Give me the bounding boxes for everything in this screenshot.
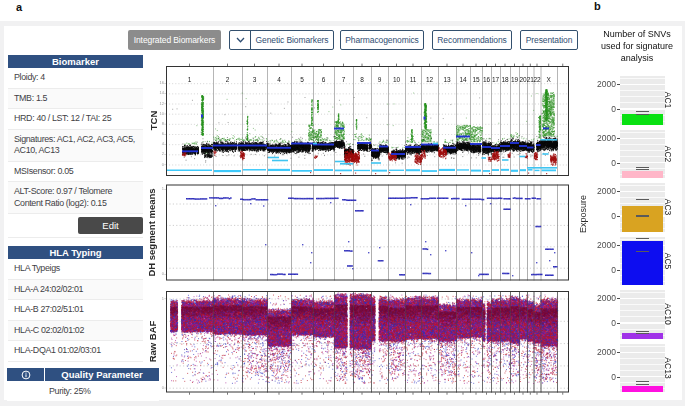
facet-gridline	[620, 132, 665, 133]
facet-tickmark	[617, 270, 620, 271]
facet-ytick: 2000	[588, 293, 616, 303]
facet-gridline	[620, 352, 665, 353]
facet-strip-ac13: AC13	[661, 348, 673, 388]
baf-axis-label: Raw BAF	[147, 281, 158, 401]
exposure-ci-dash	[636, 199, 649, 200]
exposure-bar-ac2	[622, 171, 663, 178]
facet-tickmark	[617, 323, 620, 324]
facet-ac13	[620, 344, 665, 393]
facet-gridline	[620, 298, 665, 299]
facet-ytick: 2000	[588, 133, 616, 143]
exposure-ci-dash	[636, 215, 649, 216]
facet-tickmark	[617, 245, 620, 246]
facet-gridline	[620, 376, 665, 377]
facet-gridline	[620, 185, 665, 186]
facet-gridline	[620, 358, 665, 359]
facet-tickmark	[617, 352, 620, 353]
facet-gridline	[620, 156, 665, 157]
facet-gridline	[620, 144, 665, 145]
facet-ac10	[620, 290, 665, 339]
exposure-bar-ac13	[622, 386, 663, 392]
facet-gridline	[620, 191, 665, 192]
facet-ytick: 0	[588, 158, 616, 168]
facet-ytick: 2000	[588, 79, 616, 89]
facet-ac3	[620, 183, 665, 232]
facet-strip-ac5: AC5	[661, 241, 673, 281]
exposure-ci-dash	[636, 381, 649, 382]
exposure-ci-dash	[636, 114, 649, 115]
exposure-ci-dash	[636, 167, 649, 168]
facet-ytick: 0	[588, 318, 616, 328]
facet-ytick: 2000	[588, 240, 616, 250]
facet-ytick: 0	[588, 211, 616, 221]
tcn-axis-label: TCN	[148, 61, 159, 181]
facet-gridline	[620, 84, 665, 85]
facet-gridline	[620, 364, 665, 365]
facet-gridline	[620, 322, 665, 323]
facet-gridline	[620, 96, 665, 97]
facet-gridline	[620, 329, 665, 330]
exposure-ci-dash	[636, 111, 649, 112]
facet-strip-ac1: AC1	[661, 80, 673, 120]
exposure-bar-ac1	[622, 114, 663, 124]
exposure-ci-dash	[636, 238, 649, 239]
facet-ytick: 0	[588, 372, 616, 382]
facet-strip-ac10: AC10	[661, 294, 673, 334]
facet-gridline	[620, 102, 665, 103]
facet-tickmark	[617, 298, 620, 299]
facet-ytick: 2000	[588, 186, 616, 196]
facet-ytick: 0	[588, 104, 616, 114]
dh-axis-label: DH segment means	[146, 172, 157, 292]
facet-gridline	[620, 292, 665, 293]
facet-ac5	[620, 237, 665, 286]
facet-gridline	[620, 203, 665, 204]
facet-gridline	[620, 346, 665, 347]
facet-tickmark	[617, 109, 620, 110]
exposure-ci-dash	[636, 169, 649, 170]
facet-ytick: 2000	[588, 347, 616, 357]
exposure-ci-dash	[636, 331, 649, 332]
facet-strip-ac3: AC3	[661, 187, 673, 227]
facet-ac1	[620, 76, 665, 125]
facet-tickmark	[617, 216, 620, 217]
facet-ytick: 0	[588, 265, 616, 275]
facet-gridline	[620, 108, 665, 109]
facet-tickmark	[617, 377, 620, 378]
facet-gridline	[620, 90, 665, 91]
facet-ac2	[620, 130, 665, 179]
facet-tickmark	[617, 191, 620, 192]
exposure-ci-dash	[636, 251, 649, 252]
facet-gridline	[620, 316, 665, 317]
facet-gridline	[620, 138, 665, 139]
facet-gridline	[620, 162, 665, 163]
exposure-ci-dash	[636, 384, 649, 385]
exposure-panel-title: Number of SNVs used for signature analys…	[591, 28, 683, 64]
facet-gridline	[620, 310, 665, 311]
figure: a b Integrated Biomarkers Genetic Biomar…	[0, 0, 685, 406]
facet-tickmark	[617, 138, 620, 139]
facet-strip-ac2: AC2	[661, 134, 673, 174]
facet-gridline	[620, 370, 665, 371]
facet-gridline	[620, 150, 665, 151]
facet-gridline	[620, 78, 665, 79]
facet-gridline	[620, 304, 665, 305]
exposure-bar-ac3	[622, 206, 663, 231]
exposure-ci-dash	[636, 333, 649, 334]
exposure-bar-ac5	[622, 241, 663, 285]
facet-tickmark	[617, 84, 620, 85]
facet-tickmark	[617, 163, 620, 164]
